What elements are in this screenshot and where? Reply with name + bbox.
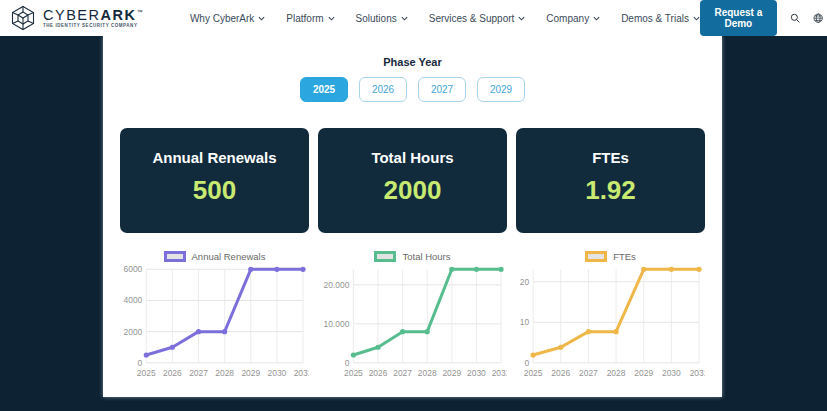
ftes-chart: FTEs 010202025202620272028202920302031: [516, 246, 705, 396]
line-chart-canvas: 0200040006000202520262027202820292030203…: [120, 264, 309, 394]
stat-cards-row: Annual Renewals 500 Total Hours 2000 FTE…: [120, 128, 705, 233]
chevron-down-icon: [258, 15, 265, 22]
nav-item-demos-trials[interactable]: Demos & Trials: [621, 13, 700, 24]
svg-text:20: 20: [520, 277, 530, 287]
legend-swatch: [374, 251, 396, 262]
chart-legend: Total Hours: [318, 248, 507, 264]
ftes-card: FTEs 1.92: [516, 128, 705, 233]
phase-year-2027-button[interactable]: 2027: [418, 77, 466, 102]
main-nav: Why CyberArk Platform Solutions Services…: [190, 13, 700, 24]
nav-item-platform[interactable]: Platform: [286, 13, 334, 24]
charts-row: Annual Renewals 020004000600020252026202…: [120, 246, 705, 396]
total-hours-card: Total Hours 2000: [318, 128, 507, 233]
cyberark-logo[interactable]: CYBERARK™ THE IDENTITY SECURITY COMPANY: [10, 5, 144, 31]
svg-text:0: 0: [138, 358, 143, 368]
line-chart-canvas: 010202025202620272028202920302031: [516, 264, 705, 394]
nav-item-why-cyberark[interactable]: Why CyberArk: [190, 13, 265, 24]
legend-label: Total Hours: [402, 251, 450, 262]
brand-name: CYBERARK™: [43, 8, 144, 23]
svg-text:2028: 2028: [607, 368, 626, 378]
chevron-down-icon: [693, 15, 700, 22]
svg-text:2025: 2025: [137, 368, 156, 378]
svg-text:2029: 2029: [241, 368, 260, 378]
chevron-down-icon: [593, 15, 600, 22]
phase-year-2025-button[interactable]: 2025: [300, 77, 348, 102]
legend-label: Annual Renewals: [192, 251, 266, 262]
brand-tagline: THE IDENTITY SECURITY COMPANY: [43, 24, 144, 29]
legend-swatch: [585, 251, 607, 262]
svg-text:2027: 2027: [189, 368, 208, 378]
phase-year-label: Phase Year: [120, 56, 705, 68]
chevron-down-icon: [518, 15, 525, 22]
svg-text:2027: 2027: [579, 368, 598, 378]
svg-text:6000: 6000: [124, 264, 143, 274]
svg-text:2025: 2025: [344, 368, 363, 378]
svg-text:2031: 2031: [492, 368, 507, 378]
stat-value: 500: [193, 175, 236, 206]
svg-text:2025: 2025: [524, 368, 543, 378]
top-navigation-bar: CYBERARK™ THE IDENTITY SECURITY COMPANY …: [0, 0, 827, 36]
svg-text:2026: 2026: [551, 368, 570, 378]
svg-text:2028: 2028: [215, 368, 234, 378]
svg-text:2031: 2031: [690, 368, 705, 378]
svg-text:2027: 2027: [393, 368, 412, 378]
stat-title: FTEs: [592, 149, 629, 166]
stat-title: Annual Renewals: [152, 149, 276, 166]
stat-title: Total Hours: [371, 149, 453, 166]
stat-value: 2000: [384, 175, 442, 206]
phase-year-2029-button[interactable]: 2029: [477, 77, 525, 102]
svg-text:2029: 2029: [634, 368, 653, 378]
chevron-down-icon: [401, 15, 408, 22]
svg-text:2031: 2031: [294, 368, 309, 378]
svg-text:2028: 2028: [418, 368, 437, 378]
nav-item-services-support[interactable]: Services & Support: [429, 13, 526, 24]
svg-text:4000: 4000: [124, 295, 143, 305]
svg-text:2029: 2029: [442, 368, 461, 378]
svg-text:10.000: 10.000: [324, 319, 350, 329]
nav-item-company[interactable]: Company: [546, 13, 600, 24]
chart-legend: FTEs: [516, 248, 705, 264]
svg-text:2026: 2026: [163, 368, 182, 378]
svg-text:0: 0: [345, 358, 350, 368]
svg-text:2000: 2000: [124, 327, 143, 337]
request-demo-button[interactable]: Request a Demo: [700, 0, 777, 36]
chevron-down-icon: [328, 15, 335, 22]
line-chart-canvas: 010.00020.000202520262027202820292030203…: [318, 264, 507, 394]
cyberark-cube-icon: [10, 5, 36, 31]
content-panel: Phase Year 2025 2026 2027 2029 Annual Re…: [103, 36, 722, 397]
phase-year-selector: 2025 2026 2027 2029: [120, 77, 705, 102]
svg-text:2030: 2030: [467, 368, 486, 378]
total-hours-chart: Total Hours 010.00020.000202520262027202…: [318, 246, 507, 396]
legend-label: FTEs: [613, 251, 636, 262]
chart-legend: Annual Renewals: [120, 248, 309, 264]
search-icon[interactable]: [790, 10, 800, 26]
phase-year-2026-button[interactable]: 2026: [359, 77, 407, 102]
svg-text:2030: 2030: [268, 368, 287, 378]
globe-language-icon[interactable]: [813, 10, 823, 26]
nav-item-solutions[interactable]: Solutions: [356, 13, 408, 24]
annual-renewals-card: Annual Renewals 500: [120, 128, 309, 233]
svg-text:2026: 2026: [369, 368, 388, 378]
legend-swatch: [164, 251, 186, 262]
svg-text:2030: 2030: [662, 368, 681, 378]
annual-renewals-chart: Annual Renewals 020004000600020252026202…: [120, 246, 309, 396]
stat-value: 1.92: [585, 175, 636, 206]
svg-text:20.000: 20.000: [324, 280, 350, 290]
svg-text:10: 10: [520, 317, 530, 327]
svg-text:0: 0: [524, 358, 529, 368]
